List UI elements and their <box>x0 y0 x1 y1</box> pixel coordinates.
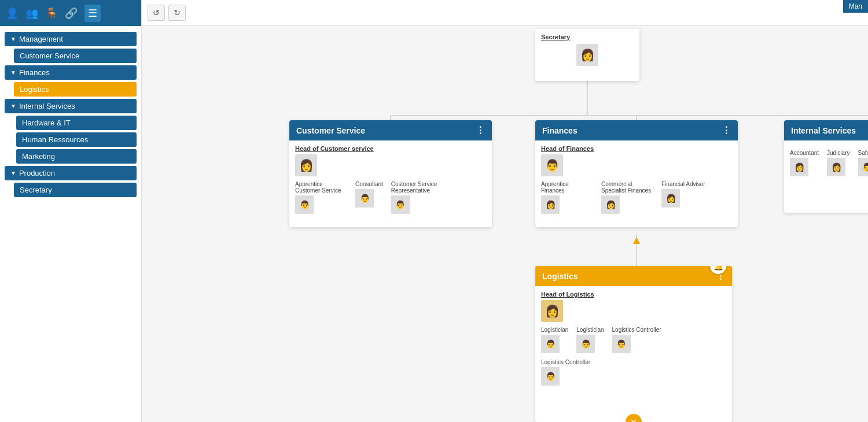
customer-service-card: Customer Service ⋮ Head of Customer serv… <box>289 120 492 227</box>
sub-role-logistician-2: Logistician 👨 <box>576 327 604 353</box>
logistics-card: 🔔 Logistics ⋮ Head of Logistics 👩 Logist… <box>535 266 732 422</box>
commercial-label: Commercial Specialist Finances <box>601 181 653 194</box>
customer-service-body: Head of Customer service 👩 Apprentice Cu… <box>289 140 492 219</box>
sub-role-safety-officer: Safety Officer 👨 <box>858 150 868 176</box>
logistics-controller-2-label: Logistics Controller <box>541 359 590 365</box>
sidebar-secretary-label: Secretary <box>20 186 52 194</box>
head-finances-title: Head of Finances <box>541 145 732 152</box>
person-icon[interactable]: 👤 <box>6 7 19 20</box>
sub-role-financial-advisor: Financial Advisor 👩 <box>661 181 705 214</box>
logistics-title: Logistics <box>542 272 578 281</box>
secretary-card: Secretary 👩 <box>535 29 639 81</box>
safety-officer-label: Safety Officer <box>858 150 868 156</box>
finances-title: Finances <box>542 126 578 135</box>
internal-sub-roles: Accountant 👩 Judiciary 👩 Safety Officer … <box>790 150 868 176</box>
head-cs-face: 👩 <box>295 154 317 176</box>
chevron-management: ▼ <box>10 36 16 42</box>
secretary-face: 👩 <box>576 44 598 66</box>
logistics-sub-roles: Logistician 👨 Logistician 👨 Logistics Co… <box>541 327 726 353</box>
customer-service-header: Customer Service ⋮ <box>289 120 492 140</box>
safety-officer-avatar: 👨 <box>858 158 868 176</box>
sidebar-item-hardware-it[interactable]: Hardware & IT <box>16 116 137 130</box>
logistician-2-label: Logistician <box>576 327 604 333</box>
canvas-inner: Secretary 👩 Customer Service ⋮ <box>142 26 868 422</box>
secretary-avatar: 👩 <box>576 44 598 66</box>
sidebar-management-label: Management <box>19 35 63 43</box>
network-icon[interactable]: 🔗 <box>65 7 78 20</box>
apprentice-fin-avatar: 👩 <box>541 195 560 214</box>
list-icon[interactable]: ☰ <box>84 5 101 22</box>
sub-role-logistician-1: Logistician 👨 <box>541 327 568 353</box>
sub-role-logistics-controller-1: Logistics Controller 👨 <box>612 327 661 353</box>
sidebar-item-production[interactable]: ▼ Production <box>5 166 137 180</box>
consultant-avatar: 👨 <box>355 189 374 208</box>
svg-marker-6 <box>633 237 640 244</box>
sidebar-logistics-label: Logistics <box>20 85 49 94</box>
finances-menu-icon[interactable]: ⋮ <box>722 125 731 136</box>
logistics-header: Logistics ⋮ <box>535 266 732 286</box>
sidebar-item-logistics[interactable]: Logistics <box>14 82 137 97</box>
head-finances-avatar: 👨 <box>541 154 563 176</box>
sidebar-finances-label: Finances <box>19 68 50 77</box>
chevron-finances: ▼ <box>10 69 16 76</box>
sidebar-item-management[interactable]: ▼ Management <box>5 32 137 46</box>
org-chart-canvas[interactable]: Secretary 👩 Customer Service ⋮ <box>142 26 868 422</box>
finances-card: Finances ⋮ Head of Finances 👨 Apprentice… <box>535 120 738 227</box>
sub-role-judiciary: Judiciary 👩 <box>827 150 849 176</box>
logistician-2-avatar: 👨 <box>576 335 595 353</box>
sub-role-logistics-controller-2: Logistics Controller 👨 <box>541 359 590 386</box>
head-cs-title: Head of Customer service <box>295 145 486 152</box>
internal-services-header: Internal Services ⋮ <box>784 120 868 140</box>
sidebar-nav: ▼ Management Customer Service ▼ Finances… <box>0 26 141 422</box>
main-area: ↺ ↻ <box>142 0 868 422</box>
logistics-body: Head of Logistics 👩 Logistician 👨 Logist… <box>535 286 732 390</box>
sidebar-item-secretary[interactable]: Secretary <box>14 183 137 197</box>
commercial-avatar: 👩 <box>601 195 620 214</box>
sidebar-internal-label: Internal Services <box>19 102 75 110</box>
head-cs-avatar: 👩 <box>295 154 317 176</box>
logistics-collapse-icon[interactable]: ✕ <box>626 414 642 422</box>
sidebar-item-marketing[interactable]: Marketing <box>16 149 137 164</box>
head-logistics-face: 👩 <box>541 300 563 322</box>
apprentice-cs-avatar: 👨 <box>295 195 314 214</box>
sidebar-item-finances[interactable]: ▼ Finances <box>5 65 137 80</box>
connectors-svg <box>142 26 868 422</box>
chevron-internal: ▼ <box>10 103 16 109</box>
finances-header: Finances ⋮ <box>535 120 738 140</box>
sidebar-hardware-label: Hardware & IT <box>22 119 71 127</box>
sidebar-item-internal-services[interactable]: ▼ Internal Services <box>5 99 137 113</box>
toolbar: ↺ ↻ <box>142 0 868 26</box>
sub-role-commercial: Commercial Specialist Finances 👩 <box>601 181 653 214</box>
finances-body: Head of Finances 👨 Apprentice Finances 👩… <box>535 140 738 219</box>
redo-button[interactable]: ↻ <box>168 5 186 21</box>
sidebar-item-customer-service[interactable]: Customer Service <box>14 49 137 63</box>
sidebar-item-human-resources[interactable]: Human Ressources <box>16 132 137 147</box>
secretary-title: Secretary <box>541 34 634 40</box>
sidebar-marketing-label: Marketing <box>22 152 55 161</box>
chair-icon[interactable]: 🪑 <box>45 7 58 20</box>
man-badge: Man <box>843 0 868 13</box>
sub-role-accountant: Accountant 👩 <box>790 150 819 176</box>
logistics-controller-1-label: Logistics Controller <box>612 327 661 333</box>
man-badge-label: Man <box>849 2 862 10</box>
group-icon[interactable]: 👥 <box>25 7 38 20</box>
logistics-controller-2-avatar: 👨 <box>541 367 560 386</box>
internal-services-title: Internal Services <box>791 126 856 135</box>
chevron-production: ▼ <box>10 170 16 176</box>
sub-role-consultant: Consultant 👨 <box>355 181 383 214</box>
consultant-label: Consultant <box>355 181 383 187</box>
sidebar: 👤 👥 🪑 🔗 ☰ ▼ Management Customer Service … <box>0 0 142 422</box>
sub-role-apprentice-cs: Apprentice Customer Service 👨 <box>295 181 347 214</box>
apprentice-fin-label: Apprentice Finances <box>541 181 593 194</box>
accountant-avatar: 👩 <box>790 158 808 176</box>
financial-advisor-label: Financial Advisor <box>661 181 705 187</box>
cs-rep-label: Customer Service Representative <box>391 181 443 194</box>
finances-sub-roles: Apprentice Finances 👩 Commercial Special… <box>541 181 732 214</box>
customer-service-menu-icon[interactable]: ⋮ <box>476 125 485 136</box>
sidebar-icon-bar: 👤 👥 🪑 🔗 ☰ <box>0 0 141 26</box>
undo-button[interactable]: ↺ <box>148 5 165 21</box>
sub-role-apprentice-fin: Apprentice Finances 👩 <box>541 181 593 214</box>
cs-sub-roles: Apprentice Customer Service 👨 Consultant… <box>295 181 486 214</box>
logistics-controller-1-avatar: 👨 <box>612 335 631 353</box>
apprentice-cs-label: Apprentice Customer Service <box>295 181 347 194</box>
